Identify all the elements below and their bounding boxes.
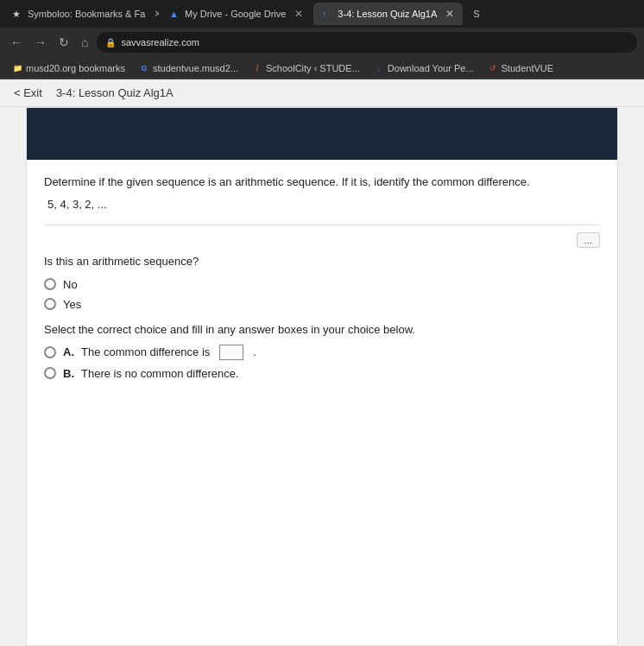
choice-label: Select the correct choice and fill in an… — [44, 323, 600, 336]
reload-button[interactable]: ↻ — [55, 34, 73, 51]
divider — [44, 225, 600, 225]
tab-close-quiz[interactable]: ✕ — [445, 8, 454, 20]
lesson-title: 3-4: Lesson Quiz Alg1A — [56, 86, 174, 99]
sequence-text: 5, 4, 3, 2, ... — [47, 198, 600, 211]
download-icon: ↓ — [374, 63, 384, 73]
question-body: Determine if the given sequence is an ar… — [27, 160, 617, 401]
choice-b[interactable]: B. There is no common difference. — [44, 367, 600, 380]
sub-question: Is this an arithmetic sequence? — [44, 255, 600, 268]
tab-bar: ★ Symboloo: Bookmarks & Fa ✕ ▲ My Drive … — [0, 0, 644, 28]
option-yes[interactable]: Yes — [44, 298, 600, 311]
bookmarks-bar: 📁 musd20.org bookmarks G studentvue.musd… — [0, 57, 644, 79]
page-content: < Exit 3-4: Lesson Quiz Alg1A Determine … — [0, 79, 644, 646]
google-icon: G — [139, 63, 149, 73]
nav-bar: ← → ↻ ⌂ 🔒 savvasrealize.com — [0, 28, 644, 57]
back-button[interactable]: ← — [7, 34, 26, 51]
choice-a-text: The common difference is — [81, 345, 210, 358]
option-yes-label: Yes — [63, 298, 81, 311]
radio-b[interactable] — [44, 367, 56, 379]
lock-icon: 🔒 — [105, 38, 116, 48]
more-button[interactable]: ... — [577, 232, 600, 248]
option-no-label: No — [63, 278, 78, 291]
lesson-header: < Exit 3-4: Lesson Quiz Alg1A — [0, 79, 644, 107]
browser-chrome: ★ Symboloo: Bookmarks & Fa ✕ ▲ My Drive … — [0, 0, 644, 79]
choice-b-letter: B. — [63, 367, 74, 380]
question-text: Determine if the given sequence is an ar… — [44, 174, 600, 191]
bookmark-musd20[interactable]: 📁 musd20.org bookmarks — [7, 61, 130, 75]
exit-button[interactable]: < Exit — [14, 86, 42, 99]
quiz-icon: ↑ — [322, 9, 332, 19]
address-text: savvasrealize.com — [121, 37, 199, 48]
more-btn-row: ... — [44, 232, 600, 248]
radio-a[interactable] — [44, 346, 56, 358]
bookmark-studentvue[interactable]: G studentvue.musd2... — [134, 61, 243, 75]
forward-button[interactable]: → — [31, 34, 50, 51]
drive-icon: ▲ — [169, 9, 180, 19]
answer-box-a[interactable] — [219, 345, 243, 360]
tab-close-drive[interactable]: ✕ — [294, 8, 303, 20]
home-button[interactable]: ⌂ — [78, 34, 92, 51]
choice-a-suffix: . — [253, 345, 256, 358]
radio-no[interactable] — [44, 278, 56, 290]
symboloo-icon: ★ — [12, 9, 22, 19]
tab-symboloo[interactable]: ★ Symboloo: Bookmarks & Fa ✕ — [3, 3, 159, 25]
choice-a-letter: A. — [63, 345, 74, 358]
folder-icon: 📁 — [12, 63, 22, 73]
bookmark-download[interactable]: ↓ Download Your Pe... — [369, 61, 479, 75]
schoolcity-icon: / — [252, 63, 262, 73]
tab-drive[interactable]: ▲ My Drive - Google Drive ✕ — [161, 3, 312, 25]
bookmark-studentvue2[interactable]: ↺ StudentVUE — [483, 61, 559, 75]
tab-extra[interactable]: S — [464, 3, 488, 25]
quiz-banner — [27, 108, 617, 160]
tab-quiz[interactable]: ↑ 3-4: Lesson Quiz Alg1A ✕ — [313, 3, 463, 25]
choice-b-text: There is no common difference. — [81, 367, 239, 380]
option-no[interactable]: No — [44, 278, 600, 291]
bookmark-schoolcity[interactable]: / SchoolCity ‹ STUDE... — [247, 61, 365, 75]
exit-label: < Exit — [14, 86, 42, 99]
choice-a[interactable]: A. The common difference is . — [44, 345, 600, 360]
tab-close-symboloo[interactable]: ✕ — [154, 8, 159, 20]
studentvue-icon: ↺ — [488, 63, 498, 73]
radio-yes[interactable] — [44, 298, 56, 310]
quiz-area: Determine if the given sequence is an ar… — [26, 107, 618, 646]
address-bar[interactable]: 🔒 savvasrealize.com — [97, 32, 637, 53]
